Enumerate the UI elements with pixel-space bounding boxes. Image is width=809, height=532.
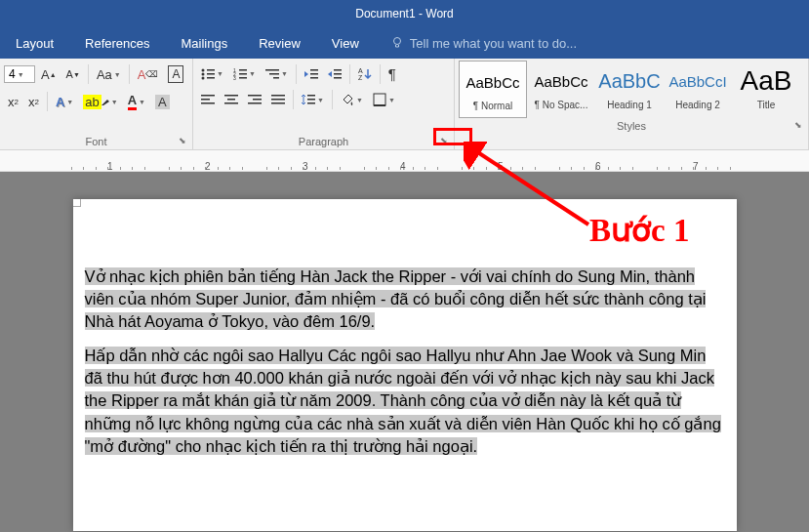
paragraph-group-label: Paragraph: [299, 136, 348, 147]
superscript-button[interactable]: x2: [24, 91, 43, 112]
svg-rect-20: [334, 73, 342, 75]
bullets-button[interactable]: ▼: [197, 63, 227, 85]
svg-rect-31: [253, 99, 262, 101]
bucket-icon: [341, 93, 354, 106]
svg-rect-29: [224, 102, 238, 104]
sort-button[interactable]: AZ: [354, 63, 376, 85]
align-center-button[interactable]: [221, 89, 242, 110]
styles-gallery[interactable]: AaBbCc¶ NormalAaBbCc¶ No Spac...AaBbCHea…: [459, 61, 804, 118]
border-icon: [373, 93, 386, 106]
svg-rect-25: [201, 99, 210, 101]
svg-rect-32: [248, 102, 262, 104]
svg-text:Z: Z: [358, 74, 363, 81]
svg-rect-6: [207, 77, 215, 79]
dec-indent-icon: [304, 68, 318, 80]
style-item[interactable]: AaBTitle: [732, 61, 800, 118]
justify-button[interactable]: [267, 89, 289, 110]
tab-layout[interactable]: Layout: [0, 29, 69, 58]
document-title: Document1 - Word: [355, 7, 453, 20]
inc-indent-icon: [328, 68, 342, 80]
svg-rect-2: [207, 69, 215, 71]
align-center-icon: [224, 94, 238, 105]
style-item[interactable]: AaBbCc¶ No Spac...: [527, 61, 595, 118]
decrease-indent-button[interactable]: [301, 63, 322, 85]
text-effects-button[interactable]: A▼: [52, 91, 77, 112]
svg-point-5: [202, 76, 205, 79]
svg-rect-15: [273, 77, 279, 79]
font-group-label: Font: [85, 136, 106, 147]
svg-rect-10: [239, 73, 247, 75]
paragraph-2[interactable]: Hấp dẫn nhờ các ngôi sao Hallyu Các ngôi…: [85, 345, 725, 457]
svg-rect-33: [271, 95, 285, 97]
svg-rect-36: [307, 95, 315, 97]
bullets-icon: [201, 68, 215, 80]
svg-rect-30: [248, 95, 262, 97]
svg-point-1: [202, 68, 205, 71]
align-left-button[interactable]: [197, 89, 219, 110]
style-item[interactable]: AaBbCc¶ Normal: [459, 61, 527, 118]
change-case-button[interactable]: Aa▼: [93, 63, 125, 85]
svg-rect-35: [271, 102, 285, 104]
tab-review[interactable]: Review: [243, 29, 316, 58]
svg-rect-38: [307, 102, 315, 104]
svg-rect-26: [201, 102, 215, 104]
title-bar: Document1 - Word: [0, 0, 809, 27]
svg-rect-27: [224, 95, 238, 97]
multilevel-icon: [265, 68, 279, 80]
style-item[interactable]: AaBbCcIHeading 2: [664, 61, 732, 118]
styles-launcher-icon[interactable]: ⬊: [794, 120, 802, 130]
svg-text:A: A: [358, 67, 363, 74]
highlight-button[interactable]: ab▼: [79, 91, 121, 112]
clear-formatting-button[interactable]: A⌫: [134, 63, 163, 85]
tab-references[interactable]: References: [69, 29, 165, 58]
styles-group-label: Styles: [617, 120, 646, 132]
line-spacing-button[interactable]: ▼: [298, 89, 328, 110]
character-shading-button[interactable]: A: [151, 91, 174, 112]
justify-icon: [271, 94, 285, 105]
subscript-button[interactable]: x2: [4, 91, 22, 112]
svg-rect-34: [271, 99, 285, 101]
tab-mailings[interactable]: Mailings: [166, 29, 244, 58]
shading-button[interactable]: ▼: [337, 89, 367, 110]
font-size-input[interactable]: 4▼: [4, 65, 35, 83]
tell-me-search[interactable]: Tell me what you want to do...: [390, 36, 577, 51]
font-color-button[interactable]: A▼: [124, 90, 149, 113]
numbering-icon: 123: [233, 68, 247, 80]
style-item[interactable]: AaBbCHeading 1: [595, 61, 664, 118]
svg-rect-8: [239, 69, 247, 71]
show-hide-button[interactable]: ¶: [384, 62, 400, 85]
page[interactable]: Vở nhạc kịch phiên bản tiếng Hàn Jack th…: [73, 199, 737, 531]
multilevel-list-button[interactable]: ▼: [262, 63, 292, 85]
svg-rect-21: [334, 77, 342, 79]
ribbon-content: 4▼ A▲ A▼ Aa▼ A⌫ A x2 x2 A▼ ab▼ A▼ A Font…: [0, 59, 809, 150]
svg-rect-24: [201, 95, 215, 97]
borders-button[interactable]: ▼: [369, 89, 399, 110]
font-launcher-icon[interactable]: ⬊: [179, 136, 186, 145]
character-border-button[interactable]: A: [164, 62, 187, 86]
grow-font-button[interactable]: A▲: [37, 63, 61, 85]
lightbulb-icon: [390, 36, 404, 50]
increase-indent-button[interactable]: [324, 63, 345, 85]
annotation-arrow: [464, 142, 600, 239]
tab-view[interactable]: View: [316, 29, 375, 58]
annotation-text: Bước 1: [589, 211, 689, 249]
svg-rect-16: [310, 69, 318, 71]
svg-rect-19: [334, 69, 342, 71]
numbering-button[interactable]: 123▼: [229, 63, 260, 85]
svg-point-3: [202, 72, 205, 75]
align-right-button[interactable]: [244, 89, 265, 110]
shrink-font-button[interactable]: A▼: [62, 63, 84, 85]
align-left-icon: [201, 94, 215, 105]
spacing-icon: [302, 93, 315, 106]
sort-icon: AZ: [358, 67, 372, 81]
svg-rect-39: [374, 94, 385, 105]
paragraph-1[interactable]: Vở nhạc kịch phiên bản tiếng Hàn Jack th…: [85, 266, 725, 333]
ruler[interactable]: 1234567: [0, 150, 809, 172]
align-right-icon: [248, 94, 262, 105]
svg-point-0: [393, 38, 400, 45]
svg-rect-13: [265, 69, 279, 71]
svg-rect-37: [307, 99, 315, 101]
svg-rect-12: [239, 77, 247, 79]
pen-icon: [101, 98, 109, 105]
ribbon-tabs: Layout References Mailings Review View T…: [0, 27, 809, 59]
